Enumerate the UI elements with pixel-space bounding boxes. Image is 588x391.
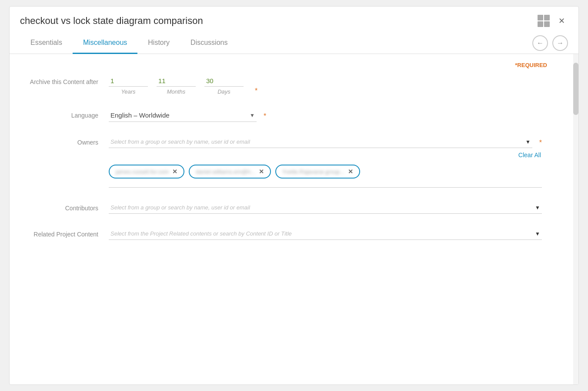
tab-history[interactable]: History	[137, 33, 180, 54]
archive-inputs: Years Months Days *	[109, 75, 542, 95]
related-project-row: Related Project Content Select from the …	[20, 228, 542, 240]
content-area: *REQUIRED Archive this Content after Yea…	[10, 54, 578, 384]
owners-label: Owners	[20, 136, 98, 147]
archive-required-star: *	[255, 87, 257, 95]
form-section: Archive this Content after Years Months	[20, 75, 568, 240]
clear-all-link[interactable]: Clear All	[109, 152, 542, 158]
dialog-header: checkout vs lock state diagram compariso…	[10, 7, 578, 33]
language-dropdown-arrow: ▼	[250, 112, 255, 118]
scrollbar-thumb[interactable]	[573, 63, 578, 115]
language-required-star: *	[264, 112, 266, 120]
days-label: Days	[217, 88, 231, 95]
years-label: Years	[121, 88, 135, 95]
nav-prev-button[interactable]: ←	[532, 35, 548, 51]
related-project-label: Related Project Content	[20, 228, 98, 239]
language-select-wrapper: English – Worldwide ▼ *	[109, 109, 542, 122]
archive-label: Archive this Content after	[20, 75, 98, 87]
contributors-label: Contributors	[20, 202, 98, 213]
related-project-field: Select from the Project Related contents…	[109, 228, 542, 240]
months-group: Months	[157, 75, 196, 95]
owner-tag-1-remove[interactable]: ✕	[172, 168, 177, 175]
days-input[interactable]	[204, 75, 244, 87]
owner-tag-1-text: james.russell.for.com	[116, 169, 169, 175]
contributors-dropdown-arrow: ▼	[535, 205, 540, 211]
months-input[interactable]	[157, 75, 196, 87]
required-note: *REQUIRED	[20, 58, 568, 75]
owner-tag-2-text: daniel.williams.em@h...	[196, 169, 255, 175]
dialog-title: checkout vs lock state diagram compariso…	[20, 15, 203, 27]
language-select[interactable]: English – Worldwide ▼	[109, 109, 257, 122]
contributors-placeholder: Select from a group or search by name, u…	[110, 204, 531, 211]
grid-icon[interactable]	[538, 15, 550, 27]
owner-tag-2: daniel.williams.em@h... ✕	[189, 165, 271, 179]
tabs-bar: Essentials Miscellaneous History Discuss…	[10, 33, 578, 54]
owners-search-wrapper[interactable]: Select from a group or search by name, u…	[109, 136, 532, 148]
owner-tags: james.russell.for.com ✕ daniel.williams.…	[109, 162, 542, 181]
owner-tag-3: Yvette.Rajavarar.group... ✕	[275, 165, 360, 179]
language-field: English – Worldwide ▼ *	[109, 109, 542, 122]
tab-essentials[interactable]: Essentials	[20, 33, 73, 54]
owner-tag-3-remove[interactable]: ✕	[348, 168, 353, 175]
language-row: Language English – Worldwide ▼ *	[20, 109, 542, 122]
contributors-row: Contributors Select from a group or sear…	[20, 202, 542, 214]
archive-field: Years Months Days *	[109, 75, 542, 95]
language-select-text: English – Worldwide	[110, 111, 250, 119]
tab-miscellaneous[interactable]: Miscellaneous	[73, 33, 137, 54]
header-icons: ✕	[538, 14, 568, 27]
owner-tag-2-remove[interactable]: ✕	[259, 168, 264, 175]
contributors-search-wrapper[interactable]: Select from a group or search by name, u…	[109, 202, 542, 214]
contributors-field: Select from a group or search by name, u…	[109, 202, 542, 214]
years-group: Years	[109, 75, 148, 95]
owners-bottom-line	[109, 187, 542, 188]
main-dialog: checkout vs lock state diagram compariso…	[9, 6, 579, 385]
owners-field: Select from a group or search by name, u…	[109, 136, 542, 188]
scrollbar-track[interactable]	[573, 54, 578, 384]
close-button[interactable]: ✕	[555, 14, 568, 27]
tab-discussions[interactable]: Discussions	[180, 33, 238, 54]
months-label: Months	[167, 88, 186, 95]
language-label: Language	[20, 109, 98, 120]
owners-required-star: *	[539, 139, 542, 147]
nav-next-button[interactable]: →	[552, 35, 568, 51]
tab-navigation: ← →	[532, 35, 568, 51]
tabs: Essentials Miscellaneous History Discuss…	[20, 33, 238, 54]
years-input[interactable]	[109, 75, 148, 87]
related-project-search-wrapper[interactable]: Select from the Project Related contents…	[109, 228, 542, 240]
related-project-dropdown-arrow: ▼	[535, 231, 540, 237]
owner-tag-3-text: Yvette.Rajavarar.group...	[282, 169, 344, 175]
owners-placeholder: Select from a group or search by name, u…	[110, 138, 522, 145]
related-project-placeholder: Select from the Project Related contents…	[110, 230, 531, 237]
owner-tag-1: james.russell.for.com ✕	[109, 165, 184, 179]
owners-dropdown-arrow: ▼	[525, 139, 531, 145]
days-group: Days	[204, 75, 244, 95]
archive-row: Archive this Content after Years Months	[20, 75, 542, 95]
owners-row: Owners Select from a group or search by …	[20, 136, 542, 188]
